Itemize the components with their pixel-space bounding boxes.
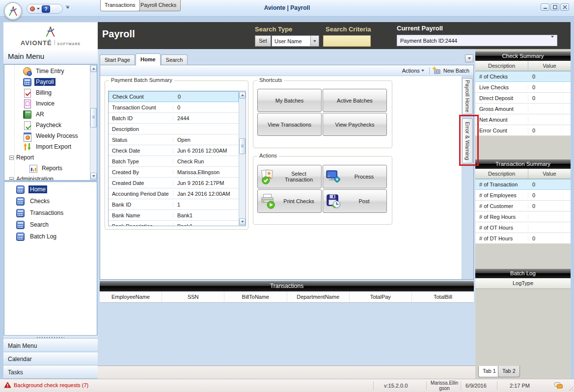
summary-row[interactable]: # of Reg Hours — [475, 211, 571, 222]
summary-row[interactable]: Bank ID1 — [109, 199, 239, 210]
column-header[interactable]: TotalBill — [412, 291, 474, 302]
scroll-up-icon[interactable] — [239, 92, 246, 99]
column-header[interactable]: BillToName — [224, 291, 287, 302]
print-checks-button[interactable]: Print Checks — [257, 189, 322, 213]
search-type-select[interactable]: User Name — [272, 35, 319, 47]
close-button[interactable] — [560, 3, 569, 11]
summary-row[interactable]: Bank DescriptionBank1 — [109, 221, 239, 226]
summary-row[interactable]: Live Checks0 — [475, 82, 571, 93]
column-header[interactable]: TotalPay — [350, 291, 412, 302]
actions-menu-button[interactable]: Actions — [400, 67, 426, 75]
page-item-checks[interactable]: Checks — [4, 195, 97, 207]
view-paychecks-button[interactable]: View Paychecks — [323, 113, 387, 136]
tree-item-paycheck[interactable]: Paycheck — [4, 120, 90, 131]
summary-row[interactable]: Accounting Period DateJan 24 2016 12:00A… — [109, 188, 239, 199]
app-menu-button[interactable] — [4, 2, 22, 20]
collapse-icon[interactable] — [9, 177, 14, 181]
collapse-icon[interactable] — [9, 156, 14, 160]
page-item-search[interactable]: Search — [4, 219, 97, 231]
summary-row[interactable]: Bank NameBank1 — [109, 210, 239, 221]
tree-item-time-entry[interactable]: Time Entry — [4, 66, 90, 77]
bottom-tab-transactions[interactable]: Transactions — [100, 0, 140, 11]
record-icon[interactable] — [30, 6, 35, 11]
column-header[interactable]: SSN — [162, 291, 224, 302]
tree-item-weekly-process[interactable]: Weekly Process — [4, 131, 90, 141]
post-button[interactable]: Post — [323, 189, 387, 213]
tree-group-administration[interactable]: Administration — [4, 174, 90, 181]
active-batches-button[interactable]: Active Batches — [323, 89, 387, 112]
accordion-tasks[interactable]: Tasks — [3, 366, 98, 379]
tab-list-dropdown-button[interactable] — [465, 54, 473, 62]
column-header[interactable]: DepartmentName — [287, 291, 350, 302]
select-transaction-button[interactable]: Select Transaction — [257, 165, 322, 188]
right-tab-1[interactable]: Tab 1 — [478, 366, 500, 377]
tree-scrollbar[interactable] — [90, 65, 97, 180]
scroll-down-icon[interactable] — [90, 173, 97, 180]
resize-grip[interactable] — [567, 385, 573, 391]
scroll-down-icon[interactable] — [239, 218, 246, 225]
grid-scrollbar[interactable] — [239, 91, 246, 226]
accordion-main-menu[interactable]: Main Menu — [3, 339, 98, 352]
tree-group-report[interactable]: Report — [4, 152, 90, 163]
group-legend: Payment Batch Summary — [109, 77, 174, 83]
summary-row[interactable]: Direct Deposit0 — [475, 93, 571, 104]
summary-row[interactable]: Net Amount — [475, 114, 571, 125]
summary-row[interactable]: Description — [109, 124, 239, 134]
chevron-down-icon[interactable] — [310, 36, 319, 46]
current-payroll-select[interactable]: Payment Batch ID:2444 — [397, 35, 557, 46]
tree-item-import-export[interactable]: Import Export — [4, 141, 90, 152]
summary-row[interactable]: Transaction Count0 — [109, 102, 239, 113]
summary-row[interactable]: # of Checks0 — [475, 71, 571, 82]
sidebar-splitter[interactable] — [3, 336, 98, 339]
tree-item-billing[interactable]: Billing — [4, 87, 90, 98]
summary-row[interactable]: # of Transaction0 — [475, 179, 571, 190]
tab-search[interactable]: Search — [161, 54, 188, 65]
background-check-warning[interactable]: Background check requests (7) — [4, 382, 88, 388]
help-button[interactable]: ? — [42, 5, 50, 13]
page-item-home[interactable]: Home — [4, 183, 97, 195]
set-button[interactable]: Set — [255, 35, 271, 47]
summary-row[interactable]: StatusOpen — [109, 134, 239, 145]
summary-row[interactable]: # of DT Hours0 — [475, 233, 571, 244]
bottom-tab-payroll-checks[interactable]: Payroll Checks — [136, 0, 181, 11]
scroll-thumb[interactable] — [239, 138, 246, 154]
my-batches-button[interactable]: My Batches — [257, 89, 322, 112]
current-payroll-value: Payment Batch ID:2444 — [397, 38, 551, 44]
summary-row[interactable]: Created ByMarissa.Ellingson — [109, 167, 239, 178]
summary-row[interactable]: # of OT Hours — [475, 222, 571, 233]
chevron-down-icon[interactable] — [37, 8, 40, 10]
process-button[interactable]: Process — [323, 165, 387, 188]
print-checks-icon — [260, 193, 276, 209]
maximize-button[interactable] — [550, 3, 559, 11]
messages-button[interactable] — [554, 382, 564, 391]
summary-row[interactable]: Gross Amount — [475, 104, 571, 114]
right-tab-2[interactable]: Tab 2 — [498, 366, 520, 377]
column-header[interactable]: EmployeeName — [100, 291, 162, 302]
logtype-column-header[interactable]: LogType — [475, 278, 571, 289]
tree-item-invoice[interactable]: Invoice — [4, 98, 90, 109]
customize-toolbar-button[interactable] — [66, 6, 69, 9]
side-tab-payroll-home[interactable]: Payroll Home — [462, 78, 473, 114]
summary-row[interactable]: Batch TypeCheck Run — [109, 156, 239, 167]
summary-row[interactable]: Error Count0 — [475, 125, 571, 136]
tree-item-ar[interactable]: AR — [4, 109, 90, 120]
minimize-button[interactable] — [541, 3, 549, 11]
summary-row[interactable]: # of Employees0 — [475, 190, 571, 201]
tab-start-page[interactable]: Start Page — [100, 54, 135, 65]
scroll-up-icon[interactable] — [90, 65, 97, 72]
tree-item-reports[interactable]: Reports — [4, 163, 90, 174]
tree-item-payroll[interactable]: Payroll — [4, 77, 90, 87]
scroll-thumb[interactable] — [90, 108, 97, 128]
accordion-calendar[interactable]: Calendar — [3, 352, 98, 366]
page-item-transactions[interactable]: Transactions — [4, 207, 97, 219]
page-item-batch-log[interactable]: Batch Log — [4, 231, 97, 242]
summary-row[interactable]: Check Count0 — [109, 91, 239, 102]
summary-row[interactable]: # of Customer0 — [475, 201, 571, 211]
search-criteria-input[interactable] — [323, 35, 371, 47]
summary-row[interactable]: Batch ID2444 — [109, 113, 239, 124]
summary-row[interactable]: Created DateJun 9 2016 2:17PM — [109, 178, 239, 188]
summary-row[interactable]: Check DateJun 6 2016 12:00AM — [109, 145, 239, 156]
new-batch-button[interactable]: New Batch — [443, 68, 469, 74]
tab-home[interactable]: Home — [136, 53, 161, 65]
view-transactions-button[interactable]: View Transactions — [257, 113, 322, 136]
